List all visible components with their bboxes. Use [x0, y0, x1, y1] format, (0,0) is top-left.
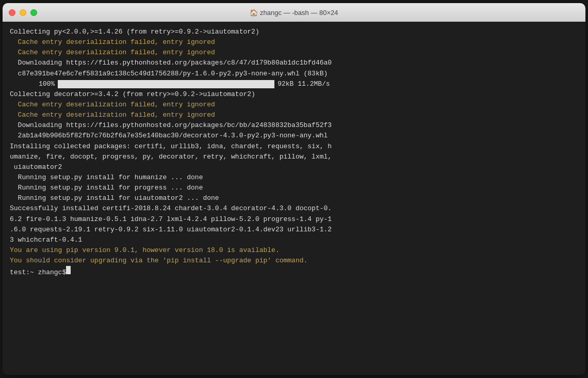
- terminal-window: 🏠 zhangc — -bash — 80×24 Collecting py<2…: [3, 3, 585, 375]
- line-7: Cache entry deserialization failed, entr…: [10, 110, 578, 120]
- close-button[interactable]: [9, 9, 15, 16]
- line-13: Successfully installed certifi-2018.8.24…: [10, 203, 578, 245]
- maximize-button[interactable]: [30, 9, 37, 16]
- line-8: Downloading https://files.pythonhosted.o…: [10, 120, 578, 141]
- line-10: Running setup.py install for humanize ..…: [10, 172, 578, 183]
- line-progress: 100% 92kB 11.2MB/s: [10, 79, 578, 89]
- line-3: Cache entry deserialization failed, entr…: [10, 48, 578, 58]
- line-5: Collecting decorator>=3.4.2 (from retry>…: [10, 89, 578, 100]
- cursor: [66, 266, 71, 274]
- window-title: 🏠 zhangc — -bash — 80×24: [250, 9, 338, 17]
- line-2: Cache entry deserialization failed, entr…: [10, 37, 578, 48]
- minimize-button[interactable]: [20, 9, 26, 16]
- prompt-text: test:~ zhangc$: [10, 267, 66, 278]
- line-11: Running setup.py install for progress ..…: [10, 183, 578, 193]
- traffic-lights: [9, 9, 37, 16]
- line-14: You are using pip version 9.0.1, however…: [10, 245, 578, 256]
- prompt-line: test:~ zhangc$: [10, 266, 578, 278]
- line-1: Collecting py<2.0.0,>=1.4.26 (from retry…: [10, 27, 578, 37]
- line-12: Running setup.py install for uiautomator…: [10, 193, 578, 203]
- line-9: Installing collected packages: certifi, …: [10, 141, 578, 172]
- titlebar: 🏠 zhangc — -bash — 80×24: [3, 3, 585, 22]
- line-6: Cache entry deserialization failed, entr…: [10, 100, 578, 110]
- line-15: You should consider upgrading via the 'p…: [10, 256, 578, 266]
- line-4: Downloading https://files.pythonhosted.o…: [10, 58, 578, 78]
- terminal-body[interactable]: Collecting py<2.0.0,>=1.4.26 (from retry…: [3, 22, 585, 375]
